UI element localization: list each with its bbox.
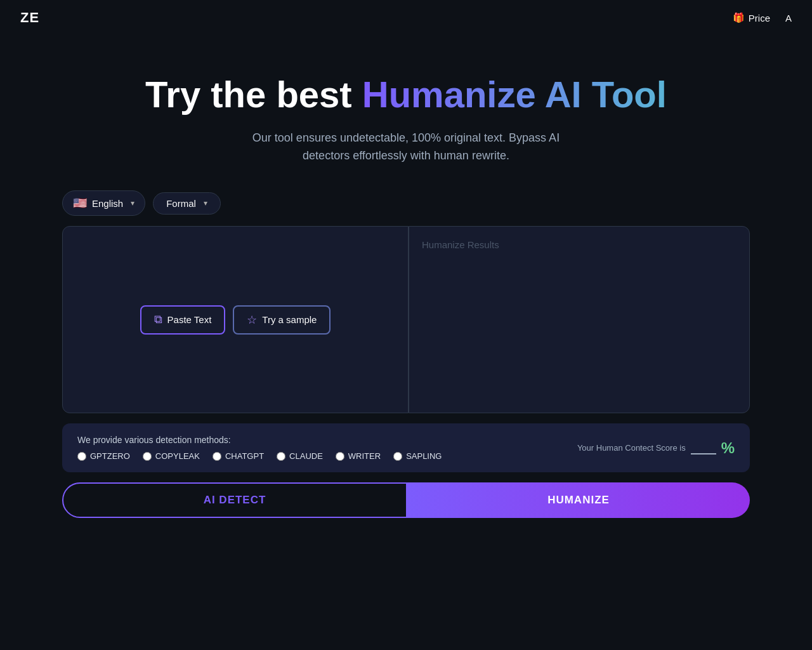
score-value bbox=[691, 442, 716, 454]
radio-writer[interactable] bbox=[336, 452, 344, 461]
language-chevron-icon: ▾ bbox=[131, 199, 134, 208]
hero-title-colored: Humanize AI Tool bbox=[362, 74, 667, 115]
hero-subtitle: Our tool ensures undetectable, 100% orig… bbox=[216, 129, 596, 166]
input-btn-group: ⧉ Paste Text ☆ Try a sample bbox=[140, 305, 331, 335]
label-copyleak: COPYLEAK bbox=[155, 451, 200, 461]
score-label: Your Human Contect Score is bbox=[577, 443, 686, 453]
tone-chevron-icon: ▾ bbox=[204, 199, 207, 208]
flag-icon: 🇺🇸 bbox=[73, 196, 87, 210]
try-sample-button[interactable]: ☆ Try a sample bbox=[233, 305, 331, 335]
hero-section: Try the best Humanize AI Tool Our tool e… bbox=[0, 36, 812, 190]
tone-label: Formal bbox=[166, 198, 196, 209]
price-label: Price bbox=[749, 13, 770, 23]
try-sample-label: Try a sample bbox=[262, 314, 317, 325]
hero-subtitle-line1: Our tool ensures undetectable, 100% orig… bbox=[252, 131, 560, 144]
price-link[interactable]: 🎁 Price bbox=[733, 12, 770, 23]
detection-inner: We provide various detection methods: GP… bbox=[77, 435, 442, 461]
detection-label: We provide various detection methods: bbox=[77, 435, 442, 445]
action-buttons: AI DETECT HUMANIZE bbox=[0, 482, 812, 518]
detection-row: We provide various detection methods: GP… bbox=[62, 423, 750, 472]
radio-claude[interactable] bbox=[277, 452, 285, 461]
language-label: English bbox=[92, 198, 123, 209]
detection-options: GPTZERO COPYLEAK CHATGPT CLAUDE WRITER S… bbox=[77, 451, 442, 461]
output-placeholder: Humanize Results bbox=[422, 239, 499, 250]
panels-container: ⧉ Paste Text ☆ Try a sample Humanize Res… bbox=[0, 226, 812, 413]
controls-row: 🇺🇸 English ▾ Formal ▾ bbox=[0, 190, 812, 216]
humanize-button[interactable]: HUMANIZE bbox=[407, 482, 750, 518]
navbar: ZE 🎁 Price A bbox=[0, 0, 812, 36]
paste-text-label: Paste Text bbox=[167, 314, 212, 325]
radio-gptzero[interactable] bbox=[77, 452, 86, 461]
output-panel: Humanize Results bbox=[409, 226, 750, 413]
detection-option-writer[interactable]: WRITER bbox=[336, 451, 381, 461]
input-panel: ⧉ Paste Text ☆ Try a sample bbox=[62, 226, 409, 413]
hero-title-plain: Try the best bbox=[145, 74, 362, 115]
hero-subtitle-line2: detectors effortlessly with human rewrit… bbox=[303, 149, 509, 162]
logo: ZE bbox=[20, 10, 39, 26]
score-percent: % bbox=[721, 439, 735, 457]
navbar-right: 🎁 Price A bbox=[733, 12, 792, 23]
hero-title: Try the best Humanize AI Tool bbox=[13, 74, 799, 116]
language-selector[interactable]: 🇺🇸 English ▾ bbox=[62, 190, 145, 216]
detection-option-sapling[interactable]: SAPLING bbox=[393, 451, 442, 461]
detection-option-gptzero[interactable]: GPTZERO bbox=[77, 451, 130, 461]
star-icon: ☆ bbox=[247, 313, 257, 327]
label-sapling: SAPLING bbox=[406, 451, 442, 461]
ai-detect-button[interactable]: AI DETECT bbox=[62, 482, 407, 518]
paste-text-button[interactable]: ⧉ Paste Text bbox=[140, 305, 226, 335]
detection-option-copyleak[interactable]: COPYLEAK bbox=[143, 451, 200, 461]
price-icon: 🎁 bbox=[733, 12, 745, 23]
label-writer: WRITER bbox=[348, 451, 381, 461]
radio-sapling[interactable] bbox=[393, 452, 402, 461]
score-area: Your Human Contect Score is % bbox=[577, 439, 735, 457]
tone-selector[interactable]: Formal ▾ bbox=[153, 192, 221, 215]
radio-chatgpt[interactable] bbox=[213, 452, 221, 461]
detection-option-chatgpt[interactable]: CHATGPT bbox=[213, 451, 264, 461]
radio-copyleak[interactable] bbox=[143, 452, 152, 461]
label-chatgpt: CHATGPT bbox=[225, 451, 264, 461]
detection-option-claude[interactable]: CLAUDE bbox=[277, 451, 323, 461]
label-claude: CLAUDE bbox=[289, 451, 323, 461]
paste-icon: ⧉ bbox=[154, 313, 162, 326]
label-gptzero: GPTZERO bbox=[90, 451, 130, 461]
account-link[interactable]: A bbox=[785, 13, 792, 23]
